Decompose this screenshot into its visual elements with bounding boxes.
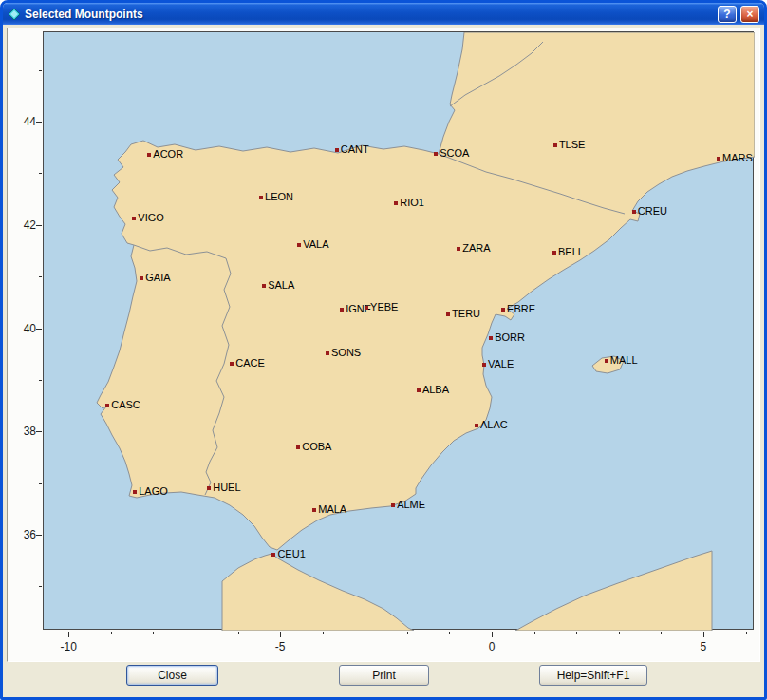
x-axis-tick bbox=[323, 632, 324, 634]
help-button[interactable]: Help=Shift+F1 bbox=[539, 665, 647, 686]
print-button[interactable]: Print bbox=[339, 665, 429, 686]
station-label: COBA bbox=[302, 441, 331, 452]
x-axis-tick bbox=[619, 632, 620, 634]
station-marker bbox=[133, 490, 137, 494]
station-marker bbox=[296, 445, 300, 449]
station-label: ACOR bbox=[153, 148, 183, 160]
station-label: SONS bbox=[331, 347, 361, 358]
x-axis-tick bbox=[661, 632, 662, 634]
station-marker bbox=[140, 276, 143, 280]
y-axis-tick bbox=[36, 122, 42, 123]
y-axis-tick bbox=[39, 380, 42, 381]
station-marker bbox=[207, 486, 211, 490]
y-axis-tick bbox=[36, 329, 42, 330]
station-marker bbox=[446, 312, 450, 316]
station-label: LAGO bbox=[139, 485, 168, 497]
plot-panel: ACORCANTSCOATLSEMARSLEONRIO1CREUVIGOVALA… bbox=[7, 28, 760, 662]
station-marker bbox=[105, 404, 109, 407]
x-axis-tick bbox=[407, 632, 408, 634]
help-titlebar-button[interactable]: ? bbox=[718, 6, 737, 23]
station-label: MALA bbox=[318, 503, 346, 515]
station-label: BORR bbox=[495, 331, 525, 343]
y-axis-tick bbox=[36, 431, 42, 432]
station-marker bbox=[391, 503, 395, 507]
station-label: MARS bbox=[722, 152, 753, 163]
x-axis-tick-label: -10 bbox=[61, 640, 77, 653]
station-label: BELL bbox=[558, 246, 584, 257]
x-axis-tick bbox=[534, 632, 535, 634]
y-axis-tick-label: 44 bbox=[11, 115, 36, 128]
station-marker bbox=[482, 363, 486, 367]
y-axis-tick-label: 36 bbox=[11, 528, 36, 541]
station-label: MALL bbox=[610, 354, 638, 366]
station-marker bbox=[605, 359, 608, 363]
station-marker bbox=[312, 508, 316, 512]
station-label: RIO1 bbox=[400, 197, 424, 208]
station-marker bbox=[147, 153, 151, 157]
station-marker bbox=[632, 210, 636, 214]
y-axis-tick-label: 38 bbox=[11, 425, 36, 438]
station-marker bbox=[717, 157, 720, 161]
station-label: ALBA bbox=[422, 384, 449, 395]
y-axis-tick bbox=[39, 70, 42, 71]
station-label: ALME bbox=[397, 499, 425, 510]
app-icon bbox=[8, 8, 21, 21]
station-label: VALE bbox=[488, 358, 514, 369]
y-axis-tick bbox=[36, 225, 42, 226]
station-marker bbox=[489, 336, 493, 340]
station-marker bbox=[501, 308, 505, 312]
station-label: ZARA bbox=[462, 242, 490, 254]
x-axis-tick bbox=[196, 632, 196, 634]
station-marker bbox=[262, 284, 266, 288]
station-label: ALAC bbox=[480, 419, 508, 430]
y-axis-tick-label: 42 bbox=[11, 218, 36, 232]
station-label: CREU bbox=[638, 205, 667, 217]
y-axis-tick bbox=[39, 483, 42, 484]
x-axis-tick bbox=[746, 632, 747, 634]
x-axis-tick-label: 0 bbox=[489, 640, 496, 653]
station-label: TERU bbox=[452, 308, 480, 319]
x-axis-tick bbox=[111, 632, 112, 634]
iberia-france-landmass bbox=[97, 32, 755, 550]
station-marker bbox=[335, 148, 339, 152]
station-marker bbox=[340, 308, 344, 312]
station-label: CEU1 bbox=[277, 548, 305, 559]
x-axis-tick bbox=[703, 632, 704, 637]
x-axis-tick bbox=[238, 632, 239, 634]
station-label: TLSE bbox=[559, 139, 586, 150]
close-button[interactable]: Close bbox=[126, 665, 218, 686]
station-marker bbox=[457, 247, 460, 251]
x-axis-tick-label: 5 bbox=[701, 640, 707, 653]
station-label: YEBE bbox=[370, 301, 398, 312]
coastline-map bbox=[44, 32, 755, 631]
station-label: GAIA bbox=[145, 272, 170, 283]
title-bar[interactable]: Selected Mountpoints ? × bbox=[3, 3, 764, 25]
station-marker bbox=[434, 152, 438, 156]
station-label: SALA bbox=[268, 279, 294, 291]
x-axis-tick bbox=[576, 632, 577, 634]
station-label: VALA bbox=[303, 238, 328, 250]
station-label: CANT bbox=[341, 143, 369, 155]
x-axis-tick-label: -5 bbox=[275, 640, 286, 653]
station-label: LEON bbox=[265, 191, 293, 202]
y-axis-tick-label: 40 bbox=[11, 322, 36, 335]
station-label: VIGO bbox=[138, 212, 164, 223]
station-marker bbox=[326, 351, 329, 355]
x-axis-tick bbox=[280, 632, 281, 637]
y-axis-tick bbox=[39, 173, 42, 174]
y-axis-tick bbox=[36, 535, 42, 536]
close-titlebar-button[interactable]: × bbox=[740, 6, 759, 23]
station-marker bbox=[271, 553, 275, 557]
station-marker bbox=[552, 251, 556, 255]
station-marker bbox=[417, 388, 421, 392]
station-label: CASC bbox=[111, 399, 140, 410]
station-marker bbox=[553, 143, 557, 147]
y-axis-tick bbox=[39, 586, 42, 587]
station-label: HUEL bbox=[213, 482, 240, 493]
dialog-window: Selected Mountpoints ? × bbox=[0, 0, 767, 700]
window-title: Selected Mountpoints bbox=[25, 8, 714, 21]
station-marker bbox=[394, 201, 398, 205]
x-axis-tick bbox=[492, 632, 493, 637]
station-marker bbox=[365, 306, 368, 310]
station-marker bbox=[297, 243, 301, 247]
